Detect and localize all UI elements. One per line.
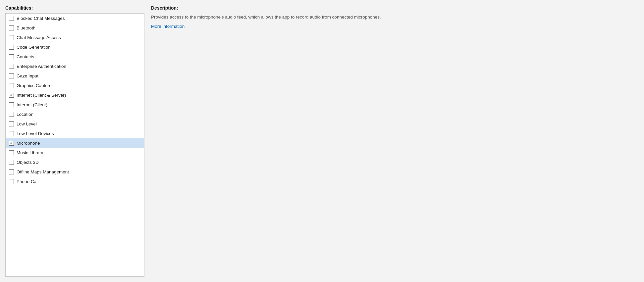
capability-checkbox-internet-client-server[interactable] (9, 93, 14, 98)
capability-label-location: Location (17, 112, 33, 117)
capability-item-graphics-capture[interactable]: Graphics Capture (6, 81, 144, 90)
capability-checkbox-contacts[interactable] (9, 54, 14, 59)
capability-label-bluetooth: Bluetooth (17, 25, 35, 30)
capability-item-objects-3d[interactable]: Objects 3D (6, 158, 144, 167)
capability-checkbox-bluetooth[interactable] (9, 25, 14, 30)
capability-label-internet-client: Internet (Client) (17, 102, 47, 107)
capability-label-microphone: Microphone (17, 141, 40, 146)
capability-label-offline-maps-management: Offline Maps Management (17, 169, 69, 174)
capability-label-chat-message-access: Chat Message Access (17, 35, 61, 40)
capability-label-gaze-input: Gaze Input (17, 73, 38, 78)
capability-checkbox-low-level[interactable] (9, 121, 14, 126)
capability-label-low-level-devices: Low Level Devices (17, 131, 54, 136)
capability-checkbox-microphone[interactable] (9, 141, 14, 146)
left-panel: Capabilities: Blocked Chat MessagesBluet… (5, 5, 144, 277)
capability-item-low-level[interactable]: Low Level (6, 119, 144, 129)
capability-label-enterprise-authentication: Enterprise Authentication (17, 64, 66, 69)
capability-checkbox-code-generation[interactable] (9, 45, 14, 50)
capability-item-code-generation[interactable]: Code Generation (6, 42, 144, 52)
capability-item-offline-maps-management[interactable]: Offline Maps Management (6, 167, 144, 177)
capability-item-enterprise-authentication[interactable]: Enterprise Authentication (6, 62, 144, 71)
capability-item-microphone[interactable]: Microphone (6, 138, 144, 148)
description-text: Provides access to the microphone's audi… (151, 14, 449, 21)
capability-checkbox-gaze-input[interactable] (9, 73, 14, 78)
capability-checkbox-blocked-chat-messages[interactable] (9, 16, 14, 21)
capabilities-header: Capabilities: (5, 5, 144, 11)
capability-item-contacts[interactable]: Contacts (6, 52, 144, 62)
capability-item-location[interactable]: Location (6, 110, 144, 119)
capability-checkbox-phone-call[interactable] (9, 179, 14, 184)
capability-label-code-generation: Code Generation (17, 45, 51, 50)
capability-label-blocked-chat-messages: Blocked Chat Messages (17, 16, 65, 21)
capability-label-internet-client-server: Internet (Client & Server) (17, 93, 66, 98)
capability-label-phone-call: Phone Call (17, 179, 38, 184)
capability-label-low-level: Low Level (17, 121, 37, 126)
capability-item-blocked-chat-messages[interactable]: Blocked Chat Messages (6, 14, 144, 23)
capability-label-music-library: Music Library (17, 150, 43, 155)
capability-item-bluetooth[interactable]: Bluetooth (6, 23, 144, 33)
capability-checkbox-graphics-capture[interactable] (9, 83, 14, 88)
capability-checkbox-offline-maps-management[interactable] (9, 169, 14, 174)
capability-checkbox-music-library[interactable] (9, 150, 14, 155)
capability-item-internet-client[interactable]: Internet (Client) (6, 100, 144, 110)
capability-item-low-level-devices[interactable]: Low Level Devices (6, 129, 144, 138)
capability-item-chat-message-access[interactable]: Chat Message Access (6, 33, 144, 42)
capability-item-gaze-input[interactable]: Gaze Input (6, 71, 144, 81)
capability-label-graphics-capture: Graphics Capture (17, 83, 52, 88)
capability-label-contacts: Contacts (17, 54, 34, 59)
capability-checkbox-objects-3d[interactable] (9, 160, 14, 165)
capability-label-objects-3d: Objects 3D (17, 160, 39, 165)
more-info-link[interactable]: More information (151, 24, 639, 29)
capability-item-internet-client-server[interactable]: Internet (Client & Server) (6, 90, 144, 100)
capability-checkbox-low-level-devices[interactable] (9, 131, 14, 136)
capabilities-list: Blocked Chat MessagesBluetoothChat Messa… (5, 13, 144, 277)
capability-checkbox-location[interactable] (9, 112, 14, 117)
capability-checkbox-chat-message-access[interactable] (9, 35, 14, 40)
description-header: Description: (151, 5, 639, 11)
capability-checkbox-internet-client[interactable] (9, 102, 14, 107)
capability-checkbox-enterprise-authentication[interactable] (9, 64, 14, 69)
capability-item-music-library[interactable]: Music Library (6, 148, 144, 158)
right-panel: Description: Provides access to the micr… (151, 5, 639, 277)
capability-item-phone-call[interactable]: Phone Call (6, 177, 144, 186)
